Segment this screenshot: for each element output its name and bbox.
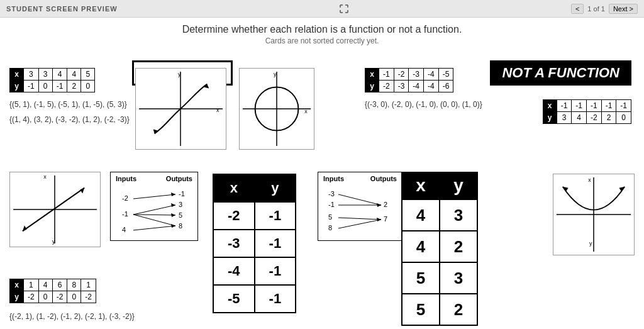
svg-text:-1: -1	[179, 190, 185, 198]
svg-marker-36	[171, 192, 175, 196]
parabola-graph: y x	[553, 174, 635, 255]
large-xy-table: x y 43 42 53 52	[401, 172, 478, 326]
svg-text:-3: -3	[328, 190, 335, 198]
svg-text:8: 8	[328, 224, 332, 231]
table4: x 14681 y -20-20-2	[9, 279, 96, 303]
svg-text:5: 5	[328, 213, 332, 221]
svg-text:y: y	[52, 238, 55, 245]
svg-text:8: 8	[179, 222, 182, 230]
svg-line-35	[133, 226, 175, 230]
expand-controls	[339, 4, 349, 14]
black-xy-table: x y -2 -1 -3 -1 -4 -1 -5 -1	[213, 174, 296, 313]
mapping2-container: Inputs Outputs -3 -1 5 8 2 7	[318, 172, 402, 241]
mapping2-outputs-label: Outputs	[370, 175, 397, 182]
set4-container: {(-2, 1), (1, -2), (-1, 2), (-2, 1), (-3…	[9, 310, 135, 321]
set2-container: {(1, 4), (3, 2), (-3, -2), (1, 2), (-2, …	[9, 113, 130, 125]
pagination-controls: < 1 of 1 Next >	[571, 4, 638, 14]
set3-text: {(-3, 0), (-2, 0), (-1, 0), (0, 0), (1, …	[365, 100, 482, 109]
svg-marker-50	[377, 203, 381, 207]
expand-icon[interactable]	[339, 4, 349, 14]
svg-text:y: y	[274, 71, 277, 77]
set1-container: {(5, 1), (-1, 5), (-5, 1), (1, -5), (5, …	[9, 98, 127, 109]
title-section: Determine whether each relation is a fun…	[0, 18, 644, 45]
mapping1-container: Inputs Outputs -2 -1 4 -1 3 5 8	[110, 172, 198, 241]
svg-line-46	[338, 194, 381, 205]
mapping1: Inputs Outputs -2 -1 4 -1 3 5 8	[110, 172, 198, 241]
s-curve-graph: y x	[135, 68, 226, 150]
large-xy-table-container: x y 43 42 53 52	[401, 172, 478, 326]
svg-text:y: y	[589, 240, 592, 247]
table2-container: x -1-2-3-4-5 y -2-3-4-4-6	[365, 68, 453, 92]
table1-container: x 33445 y -10-120	[9, 68, 95, 92]
svg-text:-1: -1	[122, 210, 128, 218]
mapping2-inputs-label: Inputs	[323, 175, 344, 182]
table1: x 33445 y -10-120	[9, 68, 95, 92]
main-content: Determine whether each relation is a fun…	[0, 18, 644, 329]
set2-text: {(1, 4), (3, 2), (-3, -2), (1, 2), (-2, …	[9, 115, 130, 124]
svg-line-34	[133, 215, 175, 226]
mapping2: Inputs Outputs -3 -1 5 8 2 7	[318, 172, 402, 241]
svg-text:x: x	[216, 107, 219, 113]
svg-text:3: 3	[179, 201, 182, 208]
circle-graph: y x	[239, 68, 314, 150]
table3-container: x -1-1-1-1-1 y 34-220	[543, 99, 631, 124]
svg-marker-38	[171, 213, 175, 217]
prev-button[interactable]: <	[571, 4, 584, 14]
preview-label: STUDENT SCREEN PREVIEW	[6, 5, 118, 13]
set1-text: {(5, 1), (-1, 5), (-5, 1), (1, -5), (5, …	[9, 100, 127, 109]
svg-marker-37	[171, 203, 175, 207]
svg-line-48	[338, 218, 381, 220]
svg-text:-2: -2	[122, 194, 128, 202]
table2: x -1-2-3-4-5 y -2-3-4-4-6	[365, 68, 453, 92]
svg-text:y: y	[178, 71, 181, 77]
mapping1-inputs-label: Inputs	[116, 175, 136, 182]
svg-marker-51	[377, 218, 381, 221]
svg-text:x: x	[588, 177, 591, 183]
svg-line-49	[338, 220, 381, 228]
svg-text:x: x	[43, 174, 47, 180]
svg-text:7: 7	[384, 215, 387, 223]
mapping1-outputs-label: Outputs	[166, 175, 192, 182]
table3: x -1-1-1-1-1 y 34-220	[543, 99, 631, 124]
black-xy-table-container: x y -2 -1 -3 -1 -4 -1 -5 -1	[213, 174, 296, 313]
main-title: Determine whether each relation is a fun…	[0, 24, 644, 35]
svg-line-31	[133, 194, 175, 199]
svg-text:5: 5	[179, 211, 182, 219]
svg-marker-39	[171, 224, 175, 228]
page-info: 1 of 1	[587, 5, 605, 13]
not-function-label: NOT A FUNCTION	[502, 65, 619, 81]
svg-marker-58	[563, 187, 569, 192]
svg-line-33	[133, 215, 175, 215]
svg-text:4: 4	[122, 226, 126, 233]
next-button[interactable]: Next >	[609, 4, 638, 14]
top-bar: STUDENT SCREEN PREVIEW < 1 of 1 Next >	[0, 0, 644, 18]
not-function-header: NOT A FUNCTION	[490, 60, 631, 86]
svg-text:-1: -1	[328, 201, 335, 208]
set4-text: {(-2, 1), (1, -2), (-1, 2), (-2, 1), (-3…	[9, 312, 135, 321]
svg-text:x: x	[304, 108, 308, 114]
svg-marker-59	[619, 187, 625, 192]
svg-line-32	[133, 205, 175, 215]
set3-container: {(-3, 0), (-2, 0), (-1, 0), (0, 0), (1, …	[365, 98, 482, 109]
line-graph: x y	[9, 172, 101, 247]
subtitle: Cards are not sorted correctly yet.	[0, 36, 644, 45]
svg-text:2: 2	[384, 201, 387, 208]
table4-container: x 14681 y -20-20-2	[9, 279, 96, 303]
